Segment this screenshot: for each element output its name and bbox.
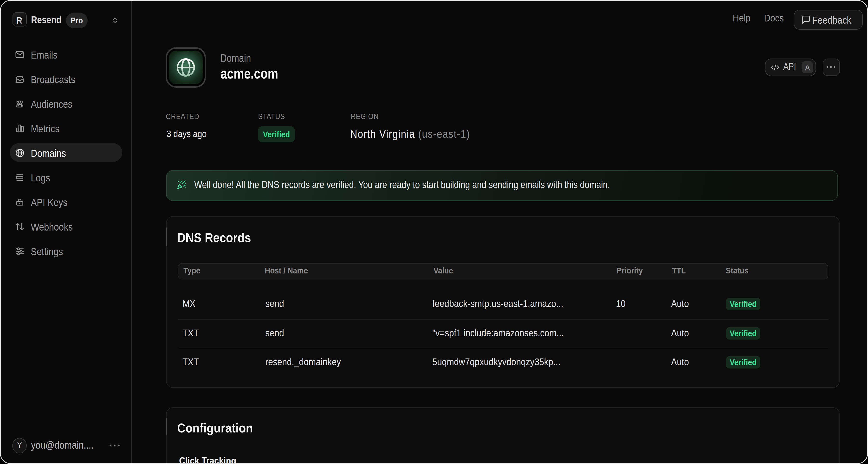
svg-text:R: R — [16, 16, 22, 25]
